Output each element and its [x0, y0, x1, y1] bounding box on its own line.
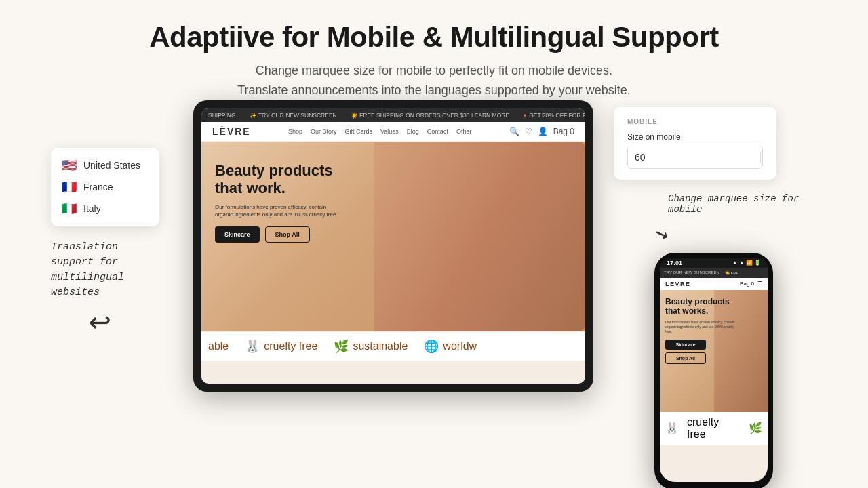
wishlist-icon[interactable]: ♡ — [525, 127, 532, 136]
phone-marquee-bar: TRY OUR NEW SUNSCREEN ☀️ FRE — [660, 268, 768, 278]
hero-person — [374, 142, 585, 331]
flag-fr: 🇫🇷 — [62, 181, 77, 193]
marquee-text-sustainable: sustainable — [353, 340, 408, 352]
marquee-item-2: ✨ TRY OUR NEW SUNSCREEN — [250, 112, 337, 119]
nav-contact[interactable]: Contact — [427, 128, 448, 135]
tablet-hero: Beauty products that work. Our formulati… — [201, 142, 585, 331]
page-title: Adaptiive for Mobile & Multilingual Supp… — [149, 22, 718, 53]
settings-unit: % — [760, 152, 763, 162]
phone-hero: Beauty products that works. Our formulat… — [660, 290, 768, 412]
tablet-brand: LÈVRE — [212, 126, 251, 137]
marquee-tag-sustainable: 🌿 sustainable — [334, 339, 408, 354]
flag-us: 🇺🇸 — [62, 159, 77, 171]
tablet-hero-buttons: Skincare Shop All — [215, 226, 344, 243]
marquee-tag-worldwide: 🌐 worldw — [424, 339, 477, 354]
phone-bottom-marquee: 🐰 cruelty free 🌿 — [660, 412, 768, 445]
subtitle-line2: Translate announcements into the languag… — [237, 81, 631, 100]
nav-blog[interactable]: Blog — [407, 128, 419, 135]
nav-other[interactable]: Other — [456, 128, 472, 135]
marquee-text-worldwide: worldw — [443, 340, 477, 352]
tablet-hero-desc: Our formulations have proven efficacy, c… — [215, 203, 344, 218]
tablet-hero-title: Beauty products that work. — [215, 162, 337, 198]
tablet-marquee-bar: SHIPPING ✨ TRY OUR NEW SUNSCREEN ☀️ FREE… — [201, 108, 585, 122]
rabbit-icon: 🐰 — [245, 339, 260, 354]
language-label-us: United States — [83, 160, 140, 171]
tablet-hero-content: Beauty products that work. Our formulati… — [215, 162, 344, 243]
phone-rabbit-icon: 🐰 — [665, 422, 679, 434]
bag-icon[interactable]: Bag 0 — [553, 127, 574, 136]
arrow-down-left-icon: ↪ — [88, 306, 111, 338]
settings-field-label: Size on mobile — [627, 132, 763, 142]
phone-marquee-2: ☀️ FRE — [725, 270, 739, 275]
phone-bag-icon: Bag 0 — [740, 281, 754, 287]
tablet-btn-skincare[interactable]: Skincare — [215, 226, 260, 243]
marquee-item-1: SHIPPING — [208, 112, 236, 119]
tablet-mockup: SHIPPING ✨ TRY OUR NEW SUNSCREEN ☀️ FREE… — [193, 100, 593, 488]
leaf-icon: 🌿 — [334, 339, 349, 354]
phone-btn-shop-all[interactable]: Shop All — [665, 352, 706, 364]
phone-nav: LÈVRE Bag 0 ☰ — [660, 278, 768, 290]
phone-hero-buttons: Skincare Shop All — [665, 340, 740, 364]
phone-cruelty-text: cruelty free — [687, 416, 741, 441]
settings-panel: MOBILE Size on mobile % ▲ ▼ — [614, 107, 776, 180]
account-icon[interactable]: 👤 — [538, 127, 548, 136]
phone-leaf-icon: 🌿 — [749, 422, 762, 434]
language-item-it[interactable]: 🇮🇹 Italy — [62, 198, 149, 220]
phone-btn-skincare[interactable]: Skincare — [665, 340, 706, 350]
nav-values[interactable]: Values — [380, 128, 399, 135]
phone-frame: 17:01 ▲ ▲ 📶 🔋 TRY OUR NEW SUNSCREEN ☀️ F… — [654, 253, 773, 488]
tablet-screen: SHIPPING ✨ TRY OUR NEW SUNSCREEN ☀️ FREE… — [201, 108, 585, 384]
main-container: Adaptiive for Mobile & Multilingual Supp… — [0, 0, 868, 488]
left-panel: 🇺🇸 United States 🇫🇷 France 🇮🇹 Italy Tran… — [51, 107, 173, 488]
subtitle-line1: Change marquee size for mobile to perfec… — [237, 61, 631, 81]
tablet-nav-links: Shop Our Story Gift Cards Values Blog Co… — [288, 128, 471, 135]
translation-note: Translation support for multilingual web… — [51, 240, 153, 301]
phone-mockup: 17:01 ▲ ▲ 📶 🔋 TRY OUR NEW SUNSCREEN ☀️ F… — [654, 253, 773, 488]
settings-section-label: MOBILE — [627, 118, 763, 125]
tablet-frame: SHIPPING ✨ TRY OUR NEW SUNSCREEN ☀️ FREE… — [193, 100, 593, 392]
tablet-marquee-text-1: able — [201, 340, 229, 352]
language-label-it: Italy — [83, 203, 101, 214]
phone-status: ▲ ▲ 📶 🔋 — [732, 260, 761, 266]
language-selector-card: 🇺🇸 United States 🇫🇷 France 🇮🇹 Italy — [51, 148, 159, 226]
language-label-fr: France — [83, 182, 113, 192]
marquee-item-4: ♥ GET 20% OFF FOR FIRST ORDER WITH CODE … — [523, 112, 585, 119]
phone-nav-icons: Bag 0 ☰ — [740, 281, 762, 287]
settings-input-row: % ▲ ▼ — [627, 146, 763, 169]
tablet-bottom-marquee: able 🐰 cruelty free 🌿 sustainable 🌐 worl… — [201, 331, 585, 361]
flag-it: 🇮🇹 — [62, 203, 77, 215]
search-icon[interactable]: 🔍 — [509, 127, 519, 136]
content-area: 🇺🇸 United States 🇫🇷 France 🇮🇹 Italy Tran… — [0, 107, 868, 488]
phone-hero-desc: Our formulations have proven efficacy, c… — [665, 320, 740, 334]
marquee-text-cruelty: cruelty free — [264, 340, 317, 352]
phone-notch-area: 17:01 ▲ ▲ 📶 🔋 — [660, 258, 768, 268]
tablet-btn-shop-all[interactable]: Shop All — [265, 226, 310, 243]
page-subtitle: Change marquee size for mobile to perfec… — [237, 61, 631, 100]
mobile-note: Change marquee size for mobile — [668, 193, 817, 215]
phone-marquee-1: TRY OUR NEW SUNSCREEN — [664, 270, 719, 275]
marquee-tag-cruelty: 🐰 cruelty free — [245, 339, 317, 354]
language-item-fr[interactable]: 🇫🇷 France — [62, 176, 149, 198]
phone-brand: LÈVRE — [665, 281, 691, 287]
mobile-size-input[interactable] — [628, 146, 760, 168]
globe-icon: 🌐 — [424, 339, 439, 354]
phone-hero-content: Beauty products that works. Our formulat… — [665, 297, 740, 364]
right-panel: MOBILE Size on mobile % ▲ ▼ Change marqu… — [614, 107, 817, 488]
language-item-us[interactable]: 🇺🇸 United States — [62, 155, 149, 176]
nav-shop[interactable]: Shop — [288, 128, 302, 135]
nav-our-story[interactable]: Our Story — [311, 128, 337, 135]
tablet-nav: LÈVRE Shop Our Story Gift Cards Values B… — [201, 122, 585, 142]
phone-hero-title: Beauty products that works. — [665, 297, 733, 317]
tablet-nav-icons: 🔍 ♡ 👤 Bag 0 — [509, 127, 574, 136]
nav-gift-cards[interactable]: Gift Cards — [344, 128, 372, 135]
arrow-curve-icon: ↙ — [650, 218, 672, 247]
marquee-item-3: ☀️ FREE SHIPPING ON ORDERS OVER $30 LEAR… — [351, 112, 509, 119]
phone-screen: TRY OUR NEW SUNSCREEN ☀️ FRE LÈVRE Bag 0… — [660, 268, 768, 482]
phone-time: 17:01 — [667, 260, 682, 266]
phone-menu-icon[interactable]: ☰ — [757, 281, 762, 287]
